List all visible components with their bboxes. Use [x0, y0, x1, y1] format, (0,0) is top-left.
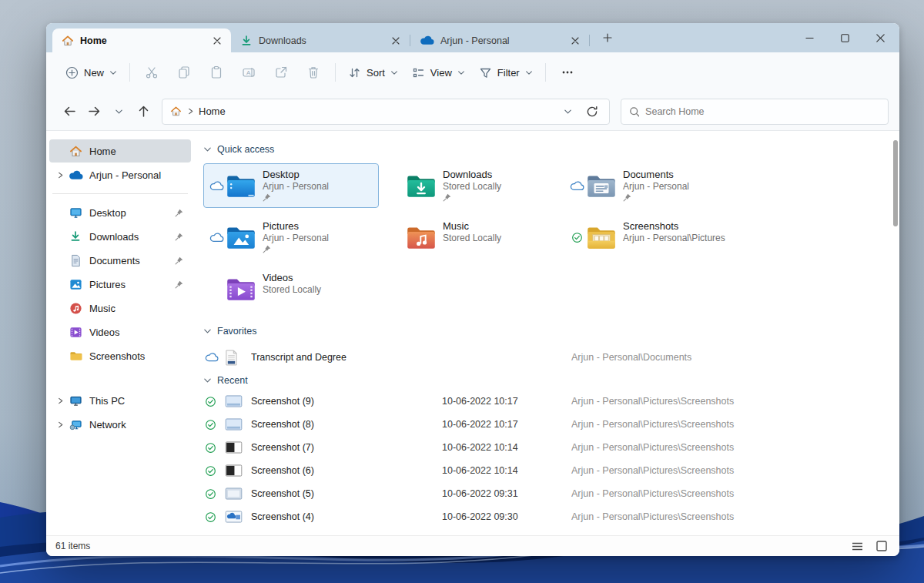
- share-button[interactable]: [265, 59, 297, 85]
- recent-locations-button[interactable]: [106, 99, 131, 124]
- plus-icon: [603, 33, 612, 42]
- tile-pictures[interactable]: Pictures Arjun - Personal: [203, 215, 379, 260]
- recent-item-row[interactable]: Screenshot (8) 10-06-2022 10:17 Arjun - …: [203, 413, 892, 436]
- tile-videos[interactable]: Videos Stored Locally: [203, 266, 379, 311]
- recent-item-row[interactable]: Screenshot (5) 10-06-2022 09:31 Arjun - …: [203, 482, 892, 505]
- sidebar-item-network[interactable]: Network: [49, 413, 191, 436]
- sidebar-item-downloads[interactable]: Downloads: [49, 225, 191, 248]
- this-pc-icon: [68, 394, 83, 407]
- large-icons-view-button[interactable]: [873, 538, 890, 554]
- toolbar-divider: [129, 63, 130, 82]
- videos-folder-icon: [226, 276, 256, 301]
- section-favorites-header[interactable]: Favorites: [203, 323, 892, 339]
- documents-icon: [68, 254, 83, 267]
- sidebar-item-music[interactable]: Music: [49, 297, 191, 320]
- paste-button[interactable]: [200, 59, 233, 85]
- expand-chevron-icon[interactable]: [52, 420, 68, 429]
- tile-music[interactable]: Music Stored Locally: [383, 215, 559, 260]
- favorite-item-row[interactable]: Transcript and Degree Arjun - Personal\D…: [203, 345, 892, 370]
- search-input[interactable]: [645, 106, 880, 117]
- sidebar-item-videos[interactable]: Videos: [49, 320, 191, 343]
- tab-separator: [589, 35, 590, 46]
- tile-downloads[interactable]: Downloads Stored Locally: [383, 163, 559, 208]
- synced-status-icon: [203, 419, 223, 431]
- chevron-down-icon: [115, 109, 123, 115]
- screenshot-thumbnail-icon: [223, 511, 251, 523]
- chevron-down-icon: [457, 70, 465, 75]
- breadcrumb-bar[interactable]: Home: [162, 99, 610, 125]
- new-button[interactable]: New: [59, 59, 124, 85]
- folder-icon: [68, 350, 83, 363]
- close-icon: [876, 34, 885, 42]
- close-window-button[interactable]: [862, 23, 898, 52]
- new-tab-button[interactable]: [596, 28, 619, 48]
- chevron-right-icon: [187, 107, 194, 116]
- pin-icon: [175, 209, 183, 217]
- section-quick-access-header[interactable]: Quick access: [203, 142, 892, 157]
- pin-icon: [175, 233, 183, 241]
- refresh-icon: [586, 106, 598, 118]
- sidebar-item-this-pc[interactable]: This PC: [49, 389, 191, 412]
- section-recent-header[interactable]: Recent: [203, 373, 892, 388]
- up-arrow-icon: [137, 105, 150, 118]
- cut-button[interactable]: [136, 59, 168, 85]
- tile-documents[interactable]: Documents Arjun - Personal: [564, 163, 739, 208]
- section-title: Quick access: [217, 144, 274, 155]
- sidebar-item-onedrive[interactable]: Arjun - Personal: [49, 163, 191, 186]
- screenshot-thumbnail-icon: [223, 464, 251, 477]
- sidebar-item-home[interactable]: Home: [49, 139, 191, 163]
- back-button[interactable]: [57, 99, 82, 124]
- maximize-button[interactable]: [827, 23, 862, 52]
- recent-item-row[interactable]: Screenshot (7) 10-06-2022 10:14 Arjun - …: [203, 436, 892, 459]
- tab-home[interactable]: Home: [52, 28, 231, 52]
- search-icon: [629, 106, 639, 117]
- sidebar-item-desktop[interactable]: Desktop: [49, 201, 191, 224]
- search-box[interactable]: [621, 99, 889, 125]
- view-icon: [412, 66, 425, 79]
- copy-button[interactable]: [168, 59, 200, 85]
- close-tab-icon[interactable]: [387, 32, 405, 50]
- vertical-scrollbar[interactable]: [893, 140, 898, 226]
- tab-downloads[interactable]: Downloads: [231, 28, 410, 52]
- sidebar-item-pictures[interactable]: Pictures: [49, 273, 191, 296]
- downloads-folder-icon: [406, 173, 437, 198]
- new-plus-icon: [65, 66, 79, 79]
- recent-item-row[interactable]: Screenshot (4) 10-06-2022 09:30 Arjun - …: [203, 505, 892, 528]
- refresh-button[interactable]: [580, 99, 604, 124]
- view-button[interactable]: View: [405, 59, 472, 85]
- tile-screenshots[interactable]: Screenshots Arjun - Personal\Pictures: [564, 215, 739, 260]
- downloads-icon: [68, 230, 83, 243]
- tab-arjun-personal[interactable]: Arjun - Personal: [410, 28, 589, 52]
- pin-icon: [263, 245, 329, 254]
- view-label: View: [430, 67, 452, 79]
- close-tab-icon[interactable]: [208, 32, 226, 50]
- sidebar-item-screenshots[interactable]: Screenshots: [49, 344, 191, 367]
- synced-status-icon: [203, 442, 223, 454]
- synced-status-icon: [203, 465, 223, 477]
- forward-arrow-icon: [88, 105, 101, 118]
- screenshot-thumbnail-icon: [223, 488, 251, 500]
- details-view-button[interactable]: [849, 538, 865, 554]
- address-dropdown-button[interactable]: [555, 99, 580, 124]
- sidebar-item-documents[interactable]: Documents: [49, 249, 191, 272]
- chevron-down-icon: [203, 377, 212, 384]
- items-view: Quick access Desktop Arjun - Personal: [194, 131, 899, 535]
- up-button[interactable]: [131, 99, 156, 124]
- tab-label: Downloads: [259, 35, 380, 46]
- minimize-button[interactable]: [792, 23, 827, 52]
- expand-chevron-icon[interactable]: [52, 171, 68, 179]
- forward-button[interactable]: [82, 99, 106, 124]
- more-options-button[interactable]: [551, 59, 584, 85]
- close-tab-icon[interactable]: [566, 32, 584, 50]
- sort-button[interactable]: Sort: [341, 59, 405, 85]
- tile-desktop[interactable]: Desktop Arjun - Personal: [203, 163, 379, 208]
- breadcrumb-home[interactable]: Home: [196, 104, 229, 119]
- quick-access-grid: Desktop Arjun - Personal Downloads Store…: [203, 163, 892, 311]
- rename-button[interactable]: A: [233, 59, 265, 85]
- home-icon: [68, 145, 83, 158]
- delete-button[interactable]: [297, 59, 330, 85]
- recent-item-row[interactable]: Screenshot (9) 10-06-2022 10:17 Arjun - …: [203, 390, 892, 413]
- expand-chevron-icon[interactable]: [52, 397, 68, 405]
- recent-item-row[interactable]: Screenshot (6) 10-06-2022 10:14 Arjun - …: [203, 459, 892, 482]
- filter-button[interactable]: Filter: [472, 59, 540, 85]
